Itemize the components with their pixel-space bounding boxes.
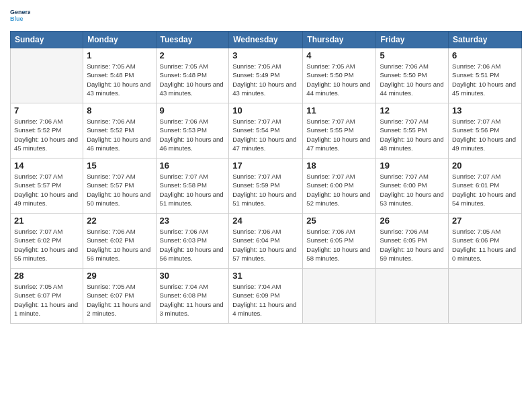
day-number: 16 — [160, 161, 226, 171]
weekday-saturday: Saturday — [449, 32, 522, 48]
day-number: 20 — [452, 161, 518, 171]
calendar-cell: 3Sunrise: 7:05 AM Sunset: 5:49 PM Daylig… — [229, 48, 303, 103]
calendar-cell: 31Sunrise: 7:04 AM Sunset: 6:09 PM Dayli… — [229, 269, 303, 324]
day-number: 19 — [380, 161, 445, 171]
day-info: Sunrise: 7:07 AM Sunset: 5:55 PM Dayligh… — [380, 117, 445, 152]
day-number: 11 — [306, 105, 372, 116]
day-info: Sunrise: 7:06 AM Sunset: 5:51 PM Dayligh… — [452, 62, 518, 97]
calendar-cell: 24Sunrise: 7:06 AM Sunset: 6:04 PM Dayli… — [229, 214, 303, 269]
day-number: 1 — [87, 50, 152, 60]
day-info: Sunrise: 7:07 AM Sunset: 5:58 PM Dayligh… — [160, 172, 226, 208]
weekday-friday: Friday — [376, 32, 449, 48]
day-number: 10 — [232, 105, 299, 116]
calendar-cell: 13Sunrise: 7:07 AM Sunset: 5:56 PM Dayli… — [449, 103, 522, 158]
calendar-cell — [303, 269, 376, 324]
calendar-cell: 22Sunrise: 7:06 AM Sunset: 6:02 PM Dayli… — [83, 214, 156, 269]
calendar-cell: 23Sunrise: 7:06 AM Sunset: 6:03 PM Dayli… — [156, 214, 229, 269]
day-info: Sunrise: 7:05 AM Sunset: 5:48 PM Dayligh… — [87, 62, 152, 97]
week-row-2: 7Sunrise: 7:06 AM Sunset: 5:52 PM Daylig… — [11, 103, 522, 158]
week-row-3: 14Sunrise: 7:07 AM Sunset: 5:57 PM Dayli… — [11, 158, 522, 214]
logo-icon: GeneralBlue — [10, 7, 30, 27]
day-info: Sunrise: 7:04 AM Sunset: 6:09 PM Dayligh… — [232, 282, 299, 318]
day-info: Sunrise: 7:06 AM Sunset: 5:52 PM Dayligh… — [87, 117, 152, 152]
calendar-cell: 28Sunrise: 7:05 AM Sunset: 6:07 PM Dayli… — [11, 269, 83, 324]
calendar-cell: 27Sunrise: 7:05 AM Sunset: 6:06 PM Dayli… — [449, 214, 522, 269]
day-info: Sunrise: 7:06 AM Sunset: 6:03 PM Dayligh… — [160, 227, 226, 263]
day-info: Sunrise: 7:07 AM Sunset: 5:56 PM Dayligh… — [452, 117, 518, 152]
weekday-monday: Monday — [83, 32, 156, 48]
day-info: Sunrise: 7:06 AM Sunset: 6:05 PM Dayligh… — [380, 227, 445, 263]
day-info: Sunrise: 7:05 AM Sunset: 5:48 PM Dayligh… — [160, 62, 226, 97]
weekday-tuesday: Tuesday — [156, 32, 229, 48]
day-info: Sunrise: 7:04 AM Sunset: 6:08 PM Dayligh… — [160, 282, 226, 318]
day-number: 4 — [306, 50, 372, 60]
day-number: 6 — [452, 50, 518, 60]
day-info: Sunrise: 7:05 AM Sunset: 6:06 PM Dayligh… — [452, 227, 518, 263]
day-number: 28 — [14, 271, 79, 281]
day-info: Sunrise: 7:07 AM Sunset: 6:00 PM Dayligh… — [306, 172, 372, 208]
calendar-cell: 25Sunrise: 7:06 AM Sunset: 6:05 PM Dayli… — [303, 214, 376, 269]
day-number: 31 — [232, 271, 299, 281]
day-number: 30 — [160, 271, 226, 281]
calendar-cell: 26Sunrise: 7:06 AM Sunset: 6:05 PM Dayli… — [376, 214, 449, 269]
day-number: 23 — [160, 216, 226, 226]
day-number: 12 — [380, 105, 445, 116]
week-row-5: 28Sunrise: 7:05 AM Sunset: 6:07 PM Dayli… — [11, 269, 522, 324]
day-info: Sunrise: 7:07 AM Sunset: 5:57 PM Dayligh… — [87, 172, 152, 208]
calendar-cell — [449, 269, 522, 324]
calendar-cell: 16Sunrise: 7:07 AM Sunset: 5:58 PM Dayli… — [156, 158, 229, 214]
calendar-cell: 18Sunrise: 7:07 AM Sunset: 6:00 PM Dayli… — [303, 158, 376, 214]
weekday-thursday: Thursday — [303, 32, 376, 48]
calendar-cell: 17Sunrise: 7:07 AM Sunset: 5:59 PM Dayli… — [229, 158, 303, 214]
svg-text:Blue: Blue — [10, 15, 24, 22]
day-info: Sunrise: 7:05 AM Sunset: 6:07 PM Dayligh… — [87, 282, 152, 318]
day-info: Sunrise: 7:05 AM Sunset: 5:49 PM Dayligh… — [232, 62, 299, 97]
day-info: Sunrise: 7:05 AM Sunset: 5:50 PM Dayligh… — [306, 62, 372, 97]
day-number: 25 — [306, 216, 372, 226]
day-number: 2 — [160, 50, 226, 60]
calendar-cell: 19Sunrise: 7:07 AM Sunset: 6:00 PM Dayli… — [376, 158, 449, 214]
weekday-wednesday: Wednesday — [229, 32, 303, 48]
calendar-cell: 7Sunrise: 7:06 AM Sunset: 5:52 PM Daylig… — [11, 103, 83, 158]
day-info: Sunrise: 7:07 AM Sunset: 6:01 PM Dayligh… — [452, 172, 518, 208]
day-info: Sunrise: 7:07 AM Sunset: 5:55 PM Dayligh… — [306, 117, 372, 152]
day-number: 22 — [87, 216, 152, 226]
day-info: Sunrise: 7:06 AM Sunset: 5:53 PM Dayligh… — [160, 117, 226, 152]
calendar-cell: 20Sunrise: 7:07 AM Sunset: 6:01 PM Dayli… — [449, 158, 522, 214]
calendar-table: SundayMondayTuesdayWednesdayThursdayFrid… — [10, 31, 522, 324]
day-info: Sunrise: 7:06 AM Sunset: 5:50 PM Dayligh… — [380, 62, 445, 97]
day-number: 14 — [14, 161, 79, 171]
day-info: Sunrise: 7:07 AM Sunset: 6:02 PM Dayligh… — [14, 227, 79, 263]
calendar-cell — [11, 48, 83, 103]
calendar-cell: 5Sunrise: 7:06 AM Sunset: 5:50 PM Daylig… — [376, 48, 449, 103]
day-number: 26 — [380, 216, 445, 226]
calendar-cell: 2Sunrise: 7:05 AM Sunset: 5:48 PM Daylig… — [156, 48, 229, 103]
week-row-1: 1Sunrise: 7:05 AM Sunset: 5:48 PM Daylig… — [11, 48, 522, 103]
day-number: 3 — [232, 50, 299, 60]
calendar-cell: 29Sunrise: 7:05 AM Sunset: 6:07 PM Dayli… — [83, 269, 156, 324]
calendar-cell: 8Sunrise: 7:06 AM Sunset: 5:52 PM Daylig… — [83, 103, 156, 158]
day-number: 15 — [87, 161, 152, 171]
svg-text:General: General — [10, 9, 30, 15]
day-info: Sunrise: 7:07 AM Sunset: 5:54 PM Dayligh… — [232, 117, 299, 152]
day-number: 13 — [452, 105, 518, 116]
page-header: GeneralBlue — [10, 7, 522, 27]
weekday-sunday: Sunday — [11, 32, 83, 48]
day-info: Sunrise: 7:07 AM Sunset: 5:57 PM Dayligh… — [14, 172, 79, 208]
calendar-cell: 4Sunrise: 7:05 AM Sunset: 5:50 PM Daylig… — [303, 48, 376, 103]
day-number: 24 — [232, 216, 299, 226]
weekday-header: SundayMondayTuesdayWednesdayThursdayFrid… — [11, 32, 522, 48]
day-info: Sunrise: 7:06 AM Sunset: 6:05 PM Dayligh… — [306, 227, 372, 263]
day-number: 27 — [452, 216, 518, 226]
logo: GeneralBlue — [10, 7, 30, 27]
day-info: Sunrise: 7:06 AM Sunset: 5:52 PM Dayligh… — [14, 117, 79, 152]
calendar-cell: 14Sunrise: 7:07 AM Sunset: 5:57 PM Dayli… — [11, 158, 83, 214]
calendar-cell: 21Sunrise: 7:07 AM Sunset: 6:02 PM Dayli… — [11, 214, 83, 269]
day-number: 17 — [232, 161, 299, 171]
day-info: Sunrise: 7:07 AM Sunset: 5:59 PM Dayligh… — [232, 172, 299, 208]
calendar-cell: 10Sunrise: 7:07 AM Sunset: 5:54 PM Dayli… — [229, 103, 303, 158]
day-number: 18 — [306, 161, 372, 171]
calendar-cell: 6Sunrise: 7:06 AM Sunset: 5:51 PM Daylig… — [449, 48, 522, 103]
day-number: 9 — [160, 105, 226, 116]
day-info: Sunrise: 7:07 AM Sunset: 6:00 PM Dayligh… — [380, 172, 445, 208]
